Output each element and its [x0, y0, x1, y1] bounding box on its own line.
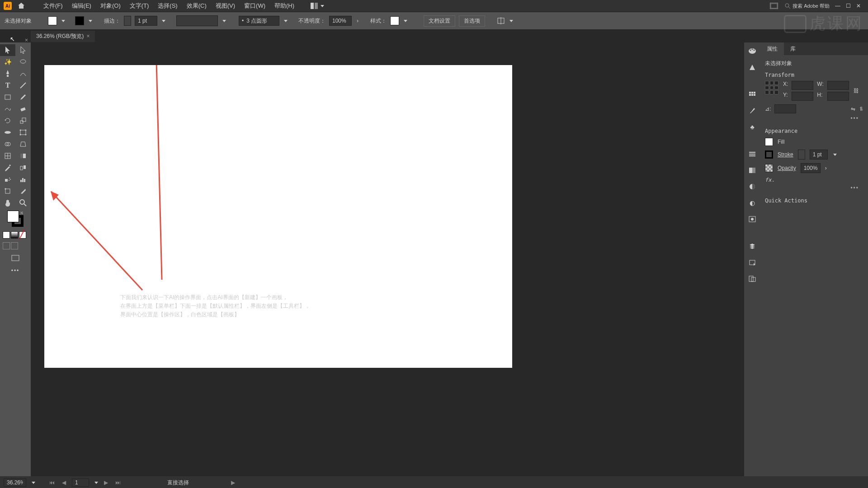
layers-panel-icon[interactable]	[747, 241, 757, 251]
last-artboard-icon[interactable]: ⏭	[114, 479, 122, 486]
h-input[interactable]	[827, 92, 849, 101]
artboard-tool[interactable]	[0, 185, 15, 197]
draw-behind-icon[interactable]	[11, 242, 18, 249]
appearance-panel-icon[interactable]: ◐	[747, 198, 757, 208]
stroke-weight-input[interactable]	[810, 150, 828, 160]
screen-mode-icon[interactable]	[0, 252, 31, 264]
none-mode-icon[interactable]: ╱	[19, 231, 26, 239]
chevron-down-icon[interactable]	[94, 482, 98, 484]
chevron-down-icon[interactable]	[89, 20, 92, 22]
flip-h-icon[interactable]: ⇋	[851, 106, 855, 112]
mesh-tool[interactable]	[0, 150, 15, 162]
reference-point[interactable]	[765, 81, 778, 94]
symbols-panel-icon[interactable]: ♣	[747, 122, 757, 132]
stroke-weight-input[interactable]	[135, 16, 157, 26]
chevron-down-icon[interactable]	[284, 20, 288, 22]
close-icon[interactable]: ✕	[856, 3, 861, 9]
line-tool[interactable]	[15, 80, 31, 91]
chevron-right-icon[interactable]: ›	[357, 18, 359, 24]
scale-tool[interactable]	[15, 115, 31, 127]
menu-window[interactable]: 窗口(W)	[241, 0, 269, 12]
prefs-button[interactable]: 首选项	[459, 15, 485, 27]
swatches-panel-icon[interactable]	[747, 89, 757, 99]
fill-color[interactable]	[7, 211, 19, 222]
width-tool[interactable]	[0, 127, 15, 138]
chevron-down-icon[interactable]	[404, 20, 407, 22]
align-icon[interactable]	[497, 17, 505, 24]
minimize-icon[interactable]: —	[835, 3, 840, 9]
y-input[interactable]	[792, 92, 813, 101]
more-options-icon[interactable]: •••	[765, 183, 863, 193]
chevron-down-icon[interactable]	[321, 5, 324, 7]
chevron-down-icon[interactable]	[833, 154, 837, 156]
draw-normal-icon[interactable]	[3, 242, 10, 249]
tab-libraries[interactable]: 库	[784, 42, 802, 56]
magic-wand-tool[interactable]: ✨	[0, 56, 15, 68]
menu-effect[interactable]: 效果(C)	[183, 0, 210, 12]
rotate-tool[interactable]	[0, 115, 15, 127]
curvature-tool[interactable]	[15, 68, 31, 80]
chevron-down-icon[interactable]	[162, 20, 165, 22]
next-artboard-icon[interactable]: ▶	[103, 479, 109, 486]
blend-tool[interactable]	[15, 162, 31, 174]
home-icon[interactable]	[17, 2, 25, 10]
chevron-down-icon[interactable]	[61, 20, 65, 22]
pen-tool[interactable]	[0, 68, 15, 80]
eraser-tool[interactable]	[15, 103, 31, 115]
angle-input[interactable]	[774, 104, 796, 113]
menu-object[interactable]: 对象(O)	[97, 0, 124, 12]
flip-v-icon[interactable]: ⥮	[859, 106, 863, 112]
paintbrush-tool[interactable]	[15, 91, 31, 103]
shape-builder-tool[interactable]	[0, 138, 15, 150]
tab-close-icon[interactable]: ×	[86, 33, 90, 39]
free-transform-tool[interactable]	[15, 127, 31, 138]
first-artboard-icon[interactable]: ⏮	[48, 479, 56, 486]
symbol-sprayer-tool[interactable]	[0, 174, 15, 185]
color-mode-icon[interactable]	[3, 231, 10, 239]
zoom-tool[interactable]	[15, 197, 31, 209]
menu-type[interactable]: 文字(T)	[126, 0, 153, 12]
perspective-tool[interactable]	[15, 138, 31, 150]
artboards-panel-icon[interactable]	[747, 274, 757, 284]
more-options-icon[interactable]: •••	[765, 113, 863, 123]
color-guide-panel-icon[interactable]	[747, 62, 757, 72]
maximize-icon[interactable]: ☐	[846, 3, 851, 9]
stroke-swatch[interactable]	[75, 16, 84, 25]
selection-tool[interactable]	[0, 44, 15, 56]
edit-toolbar-icon[interactable]: •••	[0, 264, 31, 277]
chevron-down-icon[interactable]	[222, 20, 226, 22]
stroke-swatch[interactable]	[765, 150, 773, 159]
fill-swatch[interactable]	[765, 138, 773, 146]
fx-label[interactable]: fx.	[765, 177, 863, 183]
artboard-num-input[interactable]	[72, 479, 89, 487]
brushes-panel-icon[interactable]	[747, 106, 757, 116]
fill-swatch[interactable]	[48, 16, 57, 25]
prev-artboard-icon[interactable]: ◀	[61, 479, 67, 486]
transparency-panel-icon[interactable]	[747, 182, 757, 192]
lasso-tool[interactable]	[15, 56, 31, 68]
chevron-right-icon[interactable]: ›	[825, 165, 827, 171]
tab-properties[interactable]: 属性	[760, 42, 784, 56]
stroke-profile[interactable]	[176, 15, 218, 26]
play-icon[interactable]: ▶	[230, 479, 236, 486]
brush-select[interactable]: •3 点圆形	[239, 16, 279, 26]
graphic-styles-panel-icon[interactable]	[747, 214, 757, 224]
stepper[interactable]	[798, 150, 805, 160]
document-tab[interactable]: 36.26% (RGB/预览) ×	[31, 31, 95, 42]
direct-selection-tool[interactable]	[15, 44, 31, 56]
menu-file[interactable]: 文件(F)	[40, 0, 66, 12]
slice-tool[interactable]	[15, 185, 31, 197]
opacity-swatch[interactable]	[765, 164, 773, 172]
doc-setup-button[interactable]: 文档设置	[424, 15, 455, 27]
hand-tool[interactable]	[0, 197, 15, 209]
gradient-tool[interactable]	[15, 150, 31, 162]
swap-colors-icon[interactable]: ⤭	[20, 211, 24, 215]
asset-export-panel-icon[interactable]	[747, 258, 757, 267]
tab-close-icon[interactable]: ×	[25, 37, 28, 43]
gradient-panel-icon[interactable]	[747, 165, 757, 175]
menu-select[interactable]: 选择(S)	[154, 0, 181, 12]
arrange-docs-icon[interactable]	[770, 3, 778, 9]
link-icon[interactable]: ⛓	[854, 88, 859, 94]
stroke-panel-icon[interactable]	[747, 149, 757, 159]
opacity-input[interactable]	[329, 16, 352, 26]
